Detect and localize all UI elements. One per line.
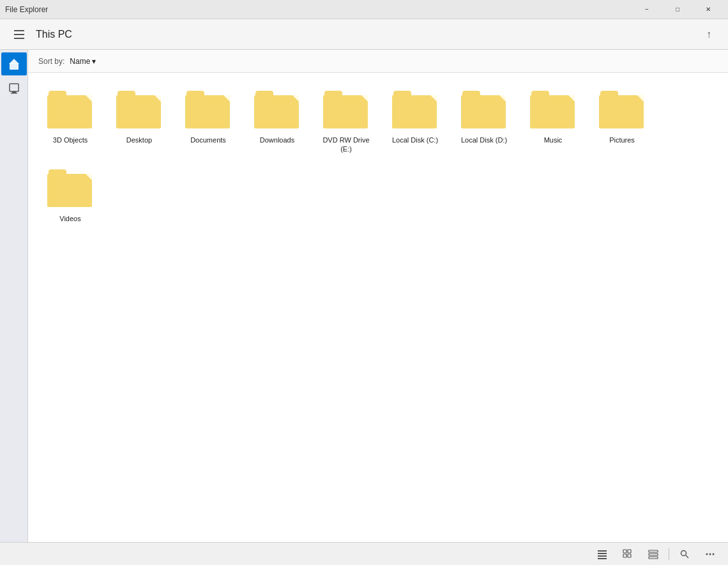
- main-layout: Sort by: Name ▾ 3D ObjectsDesktopDocumen…: [0, 50, 728, 542]
- file-label: Desktop: [126, 135, 152, 144]
- folder-body: [254, 95, 299, 128]
- sort-value: Name: [70, 57, 90, 66]
- file-label: Downloads: [260, 135, 294, 144]
- file-item[interactable]: Videos: [38, 164, 102, 228]
- svg-rect-14: [649, 553, 658, 555]
- drive-folder-icon: [461, 91, 507, 132]
- file-item[interactable]: 3D Objects: [38, 86, 102, 159]
- content-area: Sort by: Name ▾ 3D ObjectsDesktopDocumen…: [28, 50, 728, 542]
- file-label: Documents: [190, 135, 226, 144]
- minimize-button[interactable]: −: [632, 0, 662, 19]
- folder-body: [599, 95, 644, 128]
- window-controls: − □ ✕: [632, 0, 723, 19]
- hamburger-line: [14, 30, 24, 31]
- list-view-button[interactable]: [592, 545, 612, 563]
- sidebar: [0, 50, 28, 542]
- hamburger-button[interactable]: [10, 26, 28, 43]
- drive-folder-icon: [392, 91, 438, 132]
- svg-rect-4: [11, 93, 17, 94]
- svg-rect-9: [623, 550, 626, 553]
- content-view-button[interactable]: [643, 545, 664, 563]
- file-label: Local Disk (C:): [392, 135, 438, 144]
- maximize-button[interactable]: □: [663, 0, 692, 19]
- title-bar: File Explorer − □ ✕: [0, 0, 728, 19]
- svg-point-20: [713, 553, 715, 555]
- app-title: File Explorer: [5, 5, 48, 14]
- header-bar: This PC ↑: [0, 19, 728, 50]
- details-view-icon: [623, 549, 633, 559]
- svg-rect-15: [649, 557, 658, 559]
- file-item[interactable]: Music: [521, 86, 585, 159]
- close-button[interactable]: ✕: [694, 0, 723, 19]
- svg-rect-0: [10, 63, 19, 70]
- device-icon: [9, 82, 19, 94]
- list-view-icon: [597, 549, 607, 559]
- folder-body: [392, 95, 437, 128]
- status-bar: [0, 542, 728, 565]
- more-options-icon: [705, 549, 715, 559]
- folder-icon: [47, 169, 93, 210]
- files-grid: 3D ObjectsDesktopDocumentsDownloadsDVD R…: [28, 73, 728, 241]
- folder-body: [47, 174, 92, 207]
- status-separator: [669, 548, 669, 560]
- file-item[interactable]: Documents: [176, 86, 240, 159]
- sidebar-item-device[interactable]: [1, 77, 27, 100]
- folder-icon: [185, 91, 231, 132]
- svg-rect-12: [628, 554, 631, 557]
- file-item[interactable]: Pictures: [590, 86, 654, 159]
- sort-bar: Sort by: Name ▾: [28, 50, 728, 73]
- svg-marker-1: [9, 59, 19, 64]
- content-view-icon: [648, 549, 658, 559]
- file-item[interactable]: Downloads: [245, 86, 309, 159]
- search-button[interactable]: [674, 545, 695, 563]
- page-title: This PC: [36, 29, 692, 40]
- sort-by-button[interactable]: Name ▾: [67, 56, 98, 67]
- folder-body: [116, 95, 161, 128]
- svg-point-16: [681, 550, 686, 555]
- search-icon: [679, 549, 690, 559]
- svg-rect-2: [10, 84, 19, 91]
- file-label: Music: [544, 135, 563, 144]
- folder-icon: [599, 91, 645, 132]
- folder-icon: [530, 91, 576, 132]
- folder-body: [47, 95, 92, 128]
- home-icon: [8, 58, 20, 70]
- svg-rect-8: [598, 558, 607, 559]
- file-item[interactable]: Desktop: [107, 86, 171, 159]
- folder-icon: [116, 91, 162, 132]
- file-label: 3D Objects: [53, 135, 87, 144]
- file-label: DVD RW Drive (E:): [317, 135, 375, 154]
- more-options-button[interactable]: [700, 545, 720, 563]
- drive-folder-icon: [323, 91, 369, 132]
- folder-body: [185, 95, 230, 128]
- file-item[interactable]: DVD RW Drive (E:): [314, 86, 378, 159]
- sidebar-item-quickaccess[interactable]: [1, 52, 27, 75]
- svg-rect-11: [628, 550, 631, 553]
- sort-chevron-icon: ▾: [92, 57, 96, 66]
- svg-rect-6: [598, 553, 607, 554]
- folder-body: [461, 95, 506, 128]
- hamburger-line: [14, 34, 24, 35]
- sort-label: Sort by:: [38, 57, 64, 66]
- folder-body: [323, 95, 368, 128]
- up-button[interactable]: ↑: [700, 26, 718, 43]
- details-view-button[interactable]: [618, 545, 638, 563]
- svg-rect-10: [623, 554, 626, 557]
- file-label: Pictures: [609, 135, 635, 144]
- file-label: Videos: [59, 214, 80, 223]
- file-label: Local Disk (D:): [461, 135, 507, 144]
- svg-point-19: [709, 553, 711, 555]
- svg-rect-7: [598, 555, 607, 557]
- folder-icon: [254, 91, 300, 132]
- svg-rect-13: [649, 550, 658, 552]
- svg-line-17: [686, 555, 688, 558]
- folder-body: [530, 95, 575, 128]
- file-item[interactable]: Local Disk (D:): [452, 86, 516, 159]
- svg-rect-5: [598, 550, 607, 552]
- file-item[interactable]: Local Disk (C:): [383, 86, 447, 159]
- hamburger-line: [14, 38, 24, 39]
- folder-icon: [47, 91, 93, 132]
- svg-point-18: [706, 553, 708, 555]
